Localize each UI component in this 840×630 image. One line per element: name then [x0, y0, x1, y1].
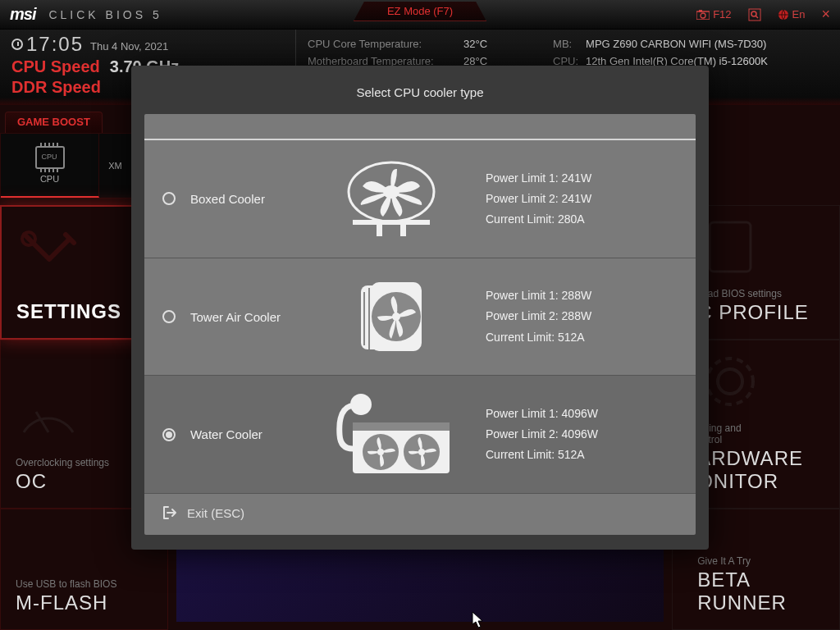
current-limit: Current Limit: 512A	[486, 445, 598, 465]
search-button[interactable]	[748, 8, 761, 21]
svg-rect-15	[377, 225, 382, 236]
top-bar: msi CLICK BIOS 5 EZ Mode (F7) F12 En ×	[0, 0, 840, 30]
current-limit: Current Limit: 512A	[486, 327, 591, 348]
radio-icon	[162, 428, 176, 441]
tower-cooler-icon	[346, 276, 436, 358]
cursor-icon	[472, 611, 485, 629]
exit-icon	[162, 505, 177, 520]
gauge-icon	[16, 383, 81, 449]
cpu-temp-value: 32°C	[463, 36, 487, 53]
mb-label: MB:	[553, 36, 586, 53]
date: Thu 4 Nov, 2021	[90, 40, 168, 52]
svg-point-11	[707, 358, 753, 404]
clock-icon	[11, 39, 23, 50]
bios-title: CLICK BIOS 5	[48, 8, 162, 21]
screenshot-button[interactable]: F12	[696, 8, 731, 21]
game-boost-tab[interactable]: GAME BOOST	[5, 112, 103, 133]
ez-mode-button[interactable]: EZ Mode (F7)	[354, 2, 486, 21]
dialog-title: Select CPU cooler type	[131, 66, 709, 114]
svg-rect-14	[353, 220, 430, 225]
cpu-tab[interactable]: CPU CPU	[1, 134, 99, 198]
option-tower-air-cooler[interactable]: Tower Air Cooler Power Limit 1: 288W Pow…	[144, 258, 696, 377]
svg-point-10	[718, 369, 742, 394]
close-button[interactable]: ×	[821, 6, 830, 23]
svg-rect-25	[353, 422, 450, 431]
svg-rect-3	[749, 9, 760, 21]
power-limit-2: Power Limit 2: 4096W	[486, 424, 598, 445]
exit-button[interactable]: Exit (ESC)	[144, 494, 696, 535]
option-label: Tower Air Cooler	[190, 310, 330, 324]
power-limit-1: Power Limit 1: 4096W	[486, 404, 598, 424]
mode-tabs: CPU CPU XM	[0, 133, 133, 199]
boxed-cooler-icon	[338, 158, 445, 240]
power-limit-2: Power Limit 2: 241W	[486, 189, 591, 209]
radio-icon	[162, 192, 176, 205]
power-limit-1: Power Limit 1: 241W	[486, 168, 591, 189]
svg-line-8	[36, 412, 48, 432]
globe-icon	[778, 9, 789, 21]
svg-point-7	[22, 232, 35, 245]
language-button[interactable]: En	[778, 8, 806, 21]
option-label: Boxed Cooler	[190, 192, 330, 206]
camera-icon	[696, 10, 710, 20]
svg-rect-9	[710, 222, 751, 272]
water-cooler-icon	[330, 390, 453, 480]
svg-rect-2	[699, 10, 702, 12]
radio-icon	[162, 310, 176, 323]
clock: 17:05	[11, 33, 84, 56]
cpu-chip-icon: CPU	[35, 146, 65, 169]
svg-point-23	[350, 394, 372, 415]
svg-rect-16	[400, 225, 406, 236]
svg-point-1	[701, 13, 705, 18]
option-label: Water Cooler	[190, 427, 330, 441]
power-limit-2: Power Limit 2: 288W	[486, 306, 591, 326]
current-limit: Current Limit: 280A	[486, 209, 591, 230]
option-boxed-cooler[interactable]: Boxed Cooler	[144, 139, 696, 258]
search-icon	[748, 8, 761, 21]
cooler-select-dialog: Select CPU cooler type Boxed Cooler	[131, 66, 709, 550]
tools-icon	[16, 226, 82, 292]
svg-line-5	[756, 16, 758, 18]
power-limit-1: Power Limit 1: 288W	[486, 285, 591, 306]
logo: msi	[10, 5, 35, 24]
mb-value: MPG Z690 CARBON WIFI (MS-7D30)	[586, 36, 766, 53]
cpu-temp-label: CPU Core Temperature:	[308, 36, 463, 53]
xmp-tab[interactable]: XM	[99, 134, 132, 198]
option-water-cooler[interactable]: Water Cooler Power Limit 1: 4096W	[144, 376, 696, 494]
